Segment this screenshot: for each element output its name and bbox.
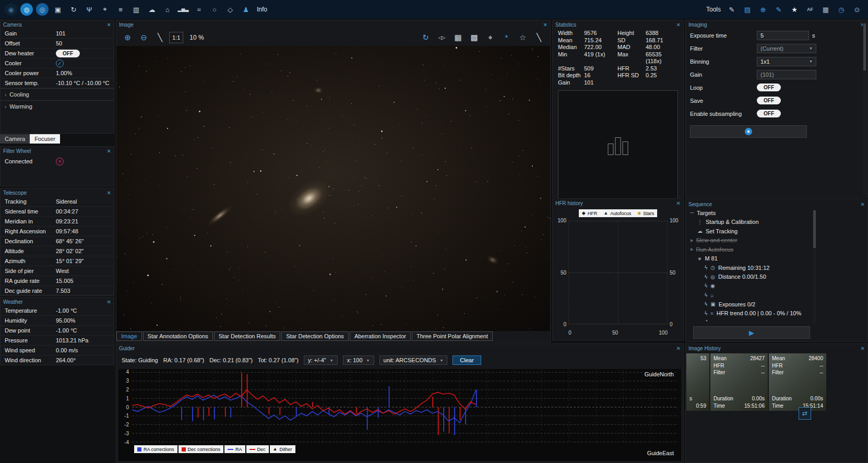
save-toggle[interactable]: OFF xyxy=(757,97,781,104)
sky-atlas-icon[interactable]: ☁ xyxy=(146,3,158,16)
rotate-icon[interactable]: ↻ xyxy=(419,30,433,44)
observatory-icon[interactable]: ⌂ xyxy=(161,3,174,16)
dock-toggle-icon[interactable]: ⇄ xyxy=(799,407,811,420)
info-label[interactable]: Info xyxy=(257,6,267,13)
binning-dropdown[interactable]: 1x1 ▼ xyxy=(757,57,816,66)
filter-dropdown[interactable]: (Current) ▼ xyxy=(757,44,816,53)
tab-star-detection-results[interactable]: Star Detection Results xyxy=(214,331,280,341)
fit-view-icon[interactable]: ╲ xyxy=(153,30,167,44)
grid-icon[interactable]: ▦ xyxy=(819,3,832,16)
tab-star-detection-options[interactable]: Star Detection Options xyxy=(281,331,349,341)
cooling-expander[interactable]: › Cooling xyxy=(1,88,114,100)
wave-icon[interactable]: ≈ xyxy=(193,3,205,16)
framing-icon[interactable]: ▣ xyxy=(52,3,64,16)
close-icon[interactable]: ✕ xyxy=(861,346,865,351)
galaxy xyxy=(281,173,337,224)
x-scale-dropdown[interactable]: x: 100 ▼ xyxy=(343,355,374,365)
close-icon[interactable]: ✕ xyxy=(676,346,681,351)
close-icon[interactable]: ✕ xyxy=(107,22,111,28)
history-tile[interactable]: Mean28400HFR--Filter--Duration0.00sTime1… xyxy=(769,353,826,411)
target-node[interactable]: ∗ M 81 xyxy=(686,254,867,264)
info-icon[interactable]: ♟ xyxy=(240,3,252,16)
close-icon[interactable]: ✕ xyxy=(107,190,111,196)
tab-image[interactable]: Image xyxy=(116,331,142,341)
star-detect-icon[interactable]: ☆ xyxy=(516,30,530,44)
tab-three-point-polar-alignment[interactable]: Three Point Polar Alignment xyxy=(412,331,493,341)
subframe-icon[interactable]: ▩ xyxy=(467,30,481,44)
sequence-icon[interactable]: ≡ xyxy=(114,3,127,16)
crosshair-icon[interactable]: ⌖ xyxy=(483,30,497,44)
legend-swatch: ◆ xyxy=(637,211,641,216)
zoom-out-icon[interactable]: ⊖ xyxy=(137,30,151,44)
tab-focuser[interactable]: Focuser xyxy=(30,134,60,144)
tab-aberration-inspector[interactable]: Aberration Inspector xyxy=(350,331,411,341)
close-icon[interactable]: ✕ xyxy=(107,299,111,305)
layout-icon[interactable]: ▤ xyxy=(741,3,754,16)
y-scale-dropdown[interactable]: y: +/-4" ▼ xyxy=(304,355,338,365)
dew-heater-toggle[interactable]: OFF xyxy=(56,50,80,57)
guider-icon[interactable]: Ψ xyxy=(83,3,96,16)
close-icon[interactable]: ✕ xyxy=(676,22,681,28)
filter-wheel-icon[interactable]: ◍ xyxy=(20,3,33,16)
legend-item-autofocus[interactable]: ▲Autofocus xyxy=(600,209,634,217)
warming-expander[interactable]: › Warming xyxy=(1,100,114,112)
legend-item-dither[interactable]: ▲Dither xyxy=(270,445,295,453)
deep-sky-image[interactable] xyxy=(116,46,550,331)
row-label: Connected xyxy=(5,158,56,164)
pen-icon[interactable]: ✎ xyxy=(772,3,785,16)
rotator-icon[interactable]: ↻ xyxy=(67,3,80,16)
history-tile[interactable]: Mean28427HFR--Filter--Duration0.00sTime1… xyxy=(710,353,768,411)
legend-item-ra-corrections[interactable]: RA corrections xyxy=(134,445,177,453)
run-autofocus-node[interactable]: » Run Autofocus xyxy=(686,245,867,254)
zoom-in-icon[interactable]: ⊕ xyxy=(121,30,135,44)
close-icon[interactable]: ✕ xyxy=(676,200,681,206)
tab-star-annotation-options[interactable]: Star Annotation Options xyxy=(143,331,213,341)
focuser-icon[interactable]: ◎ xyxy=(36,3,49,16)
sequence-scrollbar[interactable] xyxy=(813,209,816,323)
exposure-input[interactable]: 5 xyxy=(757,31,809,40)
imaging-scrollbar[interactable] xyxy=(863,22,866,195)
telescope-icon[interactable]: ⌖ xyxy=(99,3,111,16)
flip-icon[interactable]: ◁▷ xyxy=(435,30,449,44)
unit-dropdown[interactable]: unit: ARCSECONDS ▼ xyxy=(379,355,448,365)
slew-center-node[interactable]: » Slew and center xyxy=(686,236,867,245)
power-icon[interactable]: ⊙ xyxy=(851,3,863,16)
close-icon[interactable]: ✕ xyxy=(107,148,111,154)
tab-camera[interactable]: Camera xyxy=(0,134,30,144)
sequence-play-button[interactable]: ▶ xyxy=(693,326,810,339)
tools-label[interactable]: Tools xyxy=(706,6,721,13)
grid-icon[interactable]: ▦ xyxy=(451,30,465,44)
platesolve-wand-icon[interactable]: * xyxy=(500,30,514,44)
capture-button[interactable] xyxy=(690,125,807,138)
image-history-panel: Image History ✕ 53 s 0:59 Mean28427HFR--… xyxy=(685,343,868,463)
close-icon[interactable]: ✕ xyxy=(861,201,865,207)
annotate-icon[interactable]: ╲ xyxy=(532,30,546,44)
subsampling-toggle[interactable]: OFF xyxy=(757,110,781,117)
statistics-icon[interactable]: ▂▅▃ xyxy=(177,3,189,16)
star-icon[interactable]: ★ xyxy=(788,3,801,16)
equipment-icon[interactable]: ▥ xyxy=(130,3,142,16)
history-icon[interactable]: ◷ xyxy=(835,3,848,16)
brush-icon[interactable]: ✎ xyxy=(726,3,738,16)
targets-node[interactable]: ─ Targets xyxy=(686,208,867,218)
close-icon[interactable]: ✕ xyxy=(543,22,548,28)
history-tile-partial[interactable]: 53 s 0:59 xyxy=(686,353,709,411)
startup-calibration-node[interactable]: ⋮ Startup & Calibration xyxy=(686,218,867,227)
legend-item-ra[interactable]: RA xyxy=(224,445,245,453)
legend-item-dec-corrections[interactable]: Dec corrections xyxy=(179,445,224,453)
af-icon[interactable]: AF xyxy=(804,3,816,16)
set-tracking-node[interactable]: ☁ Set Tracking xyxy=(686,227,867,236)
disconnected-icon[interactable]: × xyxy=(56,158,64,165)
legend-item-dec[interactable]: Dec xyxy=(246,445,269,453)
search-icon[interactable]: ⊕ xyxy=(757,3,769,16)
cooler-on-check-icon[interactable]: ✓ xyxy=(56,60,64,67)
loop-toggle[interactable]: OFF xyxy=(757,84,781,91)
shield-icon[interactable]: ◇ xyxy=(224,3,236,16)
gain-input[interactable]: (101) xyxy=(757,70,816,79)
one-to-one-icon[interactable]: 1:1 xyxy=(169,32,183,43)
legend-item-stars[interactable]: ◆Stars xyxy=(634,209,657,217)
clear-button[interactable]: Clear xyxy=(453,355,481,365)
bulb-icon[interactable]: ○ xyxy=(208,3,221,16)
legend-item-hfr[interactable]: ◆HFR xyxy=(579,209,600,217)
camera-icon[interactable]: ◉ xyxy=(5,3,17,16)
